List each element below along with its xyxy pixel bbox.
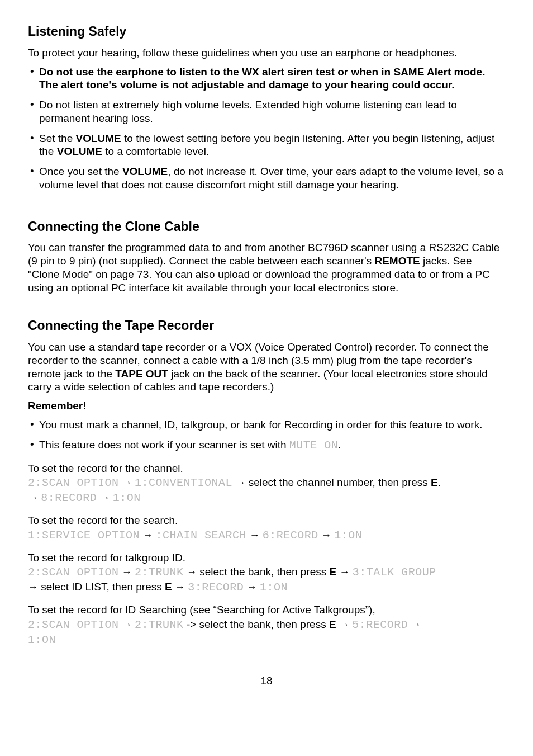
arrow-icon: →	[339, 619, 349, 630]
key-e: E	[330, 566, 337, 578]
text: select the channel number, then press	[245, 476, 431, 488]
text: select ID LIST, then press	[38, 581, 165, 593]
proc-record-talkgroup: To set the record for talkgroup ID. 2:SC…	[28, 551, 505, 596]
arrow-icon: →	[122, 566, 132, 578]
lcd-step: 2:SCAN OPTION	[28, 618, 119, 631]
arrow-icon: →	[340, 566, 350, 578]
volume-label: VOLUME	[122, 166, 168, 177]
lcd-mute-on: MUTE ON	[289, 439, 339, 452]
key-e: E	[431, 476, 438, 488]
arrow-icon: →	[247, 582, 257, 593]
bullet-no-earphone-wx: Do not use the earphone to listen to the…	[28, 65, 505, 92]
remote-label: REMOTE	[374, 255, 420, 267]
bullet-high-volume: Do not listen at extremely high volume l…	[28, 98, 505, 125]
lcd-step: 1:ON	[334, 529, 362, 542]
listening-bullets: Do not use the earphone to listen to the…	[28, 65, 505, 192]
lcd-step: 1:CONVENTIONAL	[135, 476, 232, 489]
lcd-step: 2:SCAN OPTION	[28, 566, 119, 579]
page-number: 18	[28, 674, 505, 688]
lcd-step: :CHAIN SEARCH	[156, 529, 247, 542]
page: Listening Safely To protect your hearing…	[0, 0, 533, 756]
text: .	[338, 439, 341, 451]
lcd-step: 8:RECORD	[41, 492, 97, 504]
key-e: E	[329, 618, 336, 630]
text: -> select the bank, then press	[184, 618, 329, 630]
text: This feature does not work if your scann…	[39, 439, 289, 451]
heading-clone-cable: Connecting the Clone Cable	[28, 219, 505, 235]
text: .	[438, 476, 441, 488]
remember-heading: Remember!	[28, 399, 505, 413]
lcd-step: 1:ON	[28, 634, 56, 646]
bullet-mute-on: This feature does not work if your scann…	[28, 438, 505, 452]
proc-steps: 2:SCAN OPTION → 1:CONVENTIONAL → select …	[28, 475, 505, 505]
arrow-icon: →	[187, 566, 197, 578]
proc-title: To set the record for the channel.	[28, 461, 505, 476]
text: to a comfortable level.	[102, 145, 209, 157]
proc-record-channel: To set the record for the channel. 2:SCA…	[28, 461, 505, 506]
lcd-step: 3:TALK GROUP	[353, 566, 436, 579]
bullet-no-increase: Once you set the VOLUME, do not increase…	[28, 165, 505, 192]
heading-tape-recorder: Connecting the Tape Recorder	[28, 318, 505, 334]
arrow-icon: →	[235, 477, 245, 488]
arrow-icon: →	[175, 582, 185, 593]
proc-record-id-search: To set the record for ID Searching (see …	[28, 603, 505, 648]
proc-record-search: To set the record for the search. 1:SERV…	[28, 513, 505, 543]
text: select the bank, then press	[197, 566, 330, 578]
remember-bullets: You must mark a channel, ID, talkgroup, …	[28, 418, 505, 452]
paragraph-tape: You can use a standard tape recorder or …	[28, 341, 505, 394]
key-e: E	[165, 581, 172, 593]
arrow-icon: →	[28, 582, 38, 593]
lcd-step: 1:ON	[113, 492, 141, 504]
bullet-no-earphone-wx-text: Do not use the earphone to listen to the…	[39, 66, 485, 91]
text: Once you set the	[39, 166, 122, 177]
arrow-icon: →	[142, 530, 153, 541]
lcd-step: 2:TRUNK	[135, 566, 184, 579]
arrow-icon: →	[122, 477, 132, 488]
bullet-must-mark: You must mark a channel, ID, talkgroup, …	[28, 418, 505, 432]
arrow-icon: →	[28, 492, 38, 503]
volume-label: VOLUME	[57, 145, 102, 157]
intro-listening: To protect your hearing, follow these gu…	[28, 46, 505, 60]
lcd-step: 2:SCAN OPTION	[28, 476, 119, 489]
lcd-step: 1:SERVICE OPTION	[28, 529, 140, 542]
bullet-set-volume-low: Set the VOLUME to the lowest setting bef…	[28, 132, 505, 159]
proc-title: To set the record for the search.	[28, 513, 505, 528]
lcd-step: 3:RECORD	[188, 581, 244, 594]
paragraph-clone: You can transfer the programmed data to …	[28, 241, 505, 294]
proc-steps: 1:SERVICE OPTION → :CHAIN SEARCH → 6:REC…	[28, 528, 505, 543]
lcd-step: 1:ON	[260, 581, 288, 594]
volume-label: VOLUME	[76, 133, 121, 144]
lcd-step: 2:TRUNK	[135, 618, 184, 631]
proc-title: To set the record for ID Searching (see …	[28, 603, 505, 617]
arrow-icon: →	[321, 530, 331, 541]
lcd-step: 6:RECORD	[263, 529, 318, 542]
text: Set the	[39, 133, 76, 144]
lcd-step: 5:RECORD	[352, 618, 408, 631]
heading-listening-safely: Listening Safely	[28, 23, 505, 40]
arrow-icon: →	[249, 530, 259, 541]
arrow-icon: →	[411, 619, 421, 630]
proc-title: To set the record for talkgroup ID.	[28, 551, 505, 565]
proc-steps: 2:SCAN OPTION → 2:TRUNK → select the ban…	[28, 565, 505, 595]
arrow-icon: →	[122, 619, 132, 630]
arrow-icon: →	[100, 492, 110, 503]
tape-out-label: TAPE OUT	[115, 368, 168, 380]
proc-steps: 2:SCAN OPTION → 2:TRUNK -> select the ba…	[28, 617, 505, 648]
